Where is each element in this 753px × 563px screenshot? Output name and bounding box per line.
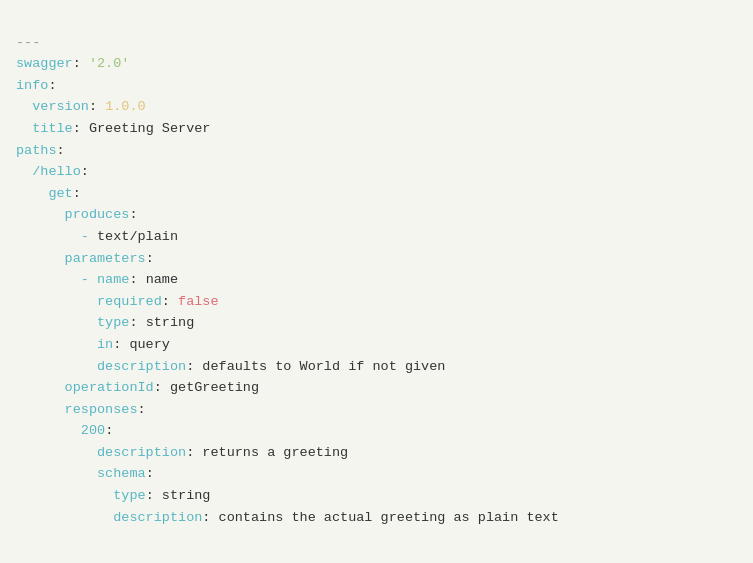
code-token: : (48, 78, 56, 93)
code-line: /hello: (16, 161, 737, 183)
code-token: version (32, 99, 89, 114)
code-token: : (129, 272, 145, 287)
code-line: description: contains the actual greetin… (16, 507, 737, 529)
code-token: - (81, 272, 97, 287)
code-token: produces (65, 207, 130, 222)
code-token: 200 (81, 423, 105, 438)
code-token: in (97, 337, 113, 352)
code-editor: ---swagger: '2.0'info: version: 1.0.0 ti… (16, 10, 737, 528)
code-token: info (16, 78, 48, 93)
code-token: : (186, 359, 202, 374)
code-token: name (97, 272, 129, 287)
code-token: name (146, 272, 178, 287)
code-line: --- (16, 32, 737, 54)
code-line: swagger: '2.0' (16, 53, 737, 75)
code-token: title (32, 121, 73, 136)
code-token: text/plain (97, 229, 178, 244)
code-line: type: string (16, 485, 737, 507)
code-token: : (129, 315, 145, 330)
code-line: type: string (16, 312, 737, 334)
code-line: info: (16, 75, 737, 97)
code-line: parameters: (16, 248, 737, 270)
code-token: description (97, 445, 186, 460)
code-token: : (202, 510, 218, 525)
code-line: produces: (16, 204, 737, 226)
code-token: type (113, 488, 145, 503)
code-token: swagger (16, 56, 73, 71)
code-token: : (154, 380, 170, 395)
code-token: : (105, 423, 113, 438)
code-token: : (89, 99, 105, 114)
code-token: : (129, 207, 137, 222)
code-token: --- (16, 35, 40, 50)
code-token: : (162, 294, 178, 309)
code-token: : (81, 164, 89, 179)
code-token: : (146, 251, 154, 266)
code-token: operationId (65, 380, 154, 395)
code-token: description (113, 510, 202, 525)
code-token: : (73, 121, 89, 136)
code-line: responses: (16, 399, 737, 421)
code-token: paths (16, 143, 57, 158)
code-line: paths: (16, 140, 737, 162)
code-token: getGreeting (170, 380, 259, 395)
code-line: get: (16, 183, 737, 205)
code-token: query (129, 337, 170, 352)
code-token: : (73, 186, 81, 201)
code-token: - (81, 229, 97, 244)
code-line: required: false (16, 291, 737, 313)
code-token: schema (97, 466, 146, 481)
code-line: in: query (16, 334, 737, 356)
code-token: contains the actual greeting as plain te… (219, 510, 559, 525)
code-token: required (97, 294, 162, 309)
code-token: '2.0' (89, 56, 130, 71)
code-token: returns a greeting (202, 445, 348, 460)
code-token: 1.0.0 (105, 99, 146, 114)
code-line: version: 1.0.0 (16, 96, 737, 118)
code-token: defaults to World if not given (202, 359, 445, 374)
code-token: : (146, 466, 154, 481)
code-token: Greeting Server (89, 121, 211, 136)
code-line: - text/plain (16, 226, 737, 248)
code-token: false (178, 294, 219, 309)
code-token: : (73, 56, 89, 71)
code-token: string (162, 488, 211, 503)
code-line: schema: (16, 463, 737, 485)
code-token: get (48, 186, 72, 201)
code-token: : (138, 402, 146, 417)
code-token: : (113, 337, 129, 352)
code-line: - name: name (16, 269, 737, 291)
code-line: description: returns a greeting (16, 442, 737, 464)
code-token: type (97, 315, 129, 330)
code-token: description (97, 359, 186, 374)
code-token: : (146, 488, 162, 503)
code-line: description: defaults to World if not gi… (16, 356, 737, 378)
code-line: title: Greeting Server (16, 118, 737, 140)
code-token: : (186, 445, 202, 460)
code-line: 200: (16, 420, 737, 442)
code-line: operationId: getGreeting (16, 377, 737, 399)
code-token: responses (65, 402, 138, 417)
code-token: : (57, 143, 65, 158)
code-token: parameters (65, 251, 146, 266)
code-token: string (146, 315, 195, 330)
code-token: /hello (32, 164, 81, 179)
